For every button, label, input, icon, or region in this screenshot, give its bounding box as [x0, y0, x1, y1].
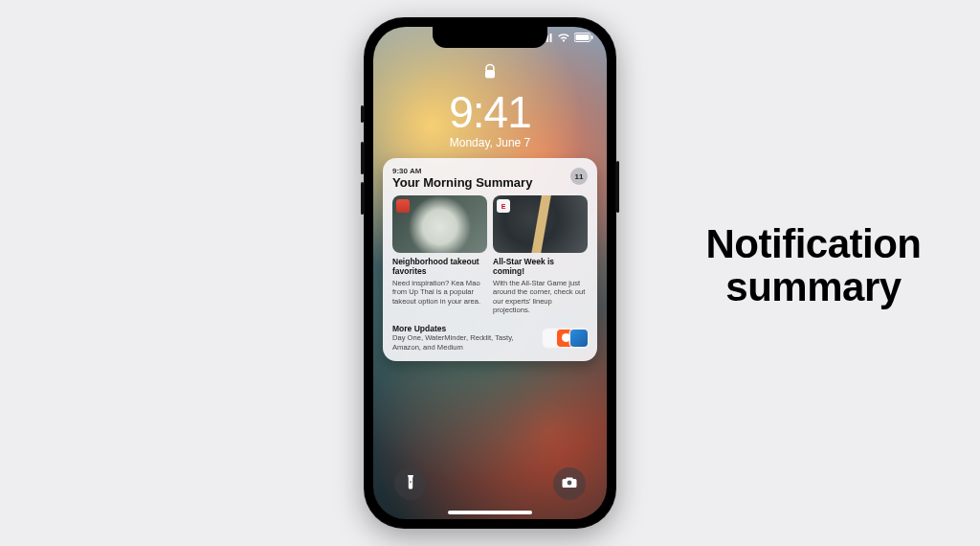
svg-rect-8	[410, 481, 411, 483]
svg-rect-7	[485, 70, 495, 79]
summary-timestamp: 9:30 AM	[392, 167, 570, 175]
summary-title: Your Morning Summary	[392, 175, 570, 190]
volume-up-button	[361, 142, 364, 174]
summary-item-body: Need inspiration? Kea Mao from Up Thai i…	[392, 279, 487, 306]
camera-button[interactable]	[553, 467, 586, 500]
status-bar	[540, 33, 593, 42]
lock-icon	[483, 63, 497, 84]
svg-rect-6	[591, 35, 593, 39]
feature-headline: Notification summary	[670, 222, 957, 309]
more-updates-body: Day One, WaterMinder, Reddit, Tasty, Ama…	[392, 333, 540, 352]
summary-item[interactable]: E All-Star Week is coming! With the All-…	[493, 195, 588, 314]
svg-point-9	[568, 481, 572, 486]
power-button	[616, 161, 619, 213]
summary-count-badge: 11	[570, 168, 588, 185]
svg-rect-3	[550, 34, 552, 42]
iphone-device: 9:41 Monday, June 7 9:30 AM Your Morning…	[364, 17, 616, 529]
home-indicator[interactable]	[448, 511, 532, 514]
summary-item-thumbnail	[392, 195, 487, 253]
lock-screen[interactable]: 9:41 Monday, June 7 9:30 AM Your Morning…	[373, 27, 607, 519]
more-updates-row[interactable]: More Updates Day One, WaterMinder, Reddi…	[392, 324, 588, 352]
app-icon	[570, 330, 588, 347]
app-badge-icon	[396, 199, 410, 213]
battery-icon	[574, 33, 593, 42]
wifi-icon	[557, 33, 570, 42]
more-updates-app-icons	[547, 330, 588, 347]
summary-item-title: Neighborhood takeout favorites	[392, 258, 487, 277]
app-badge-icon: E	[497, 199, 510, 213]
flashlight-button[interactable]	[394, 467, 427, 500]
summary-item-thumbnail: E	[493, 195, 588, 253]
more-updates-title: More Updates	[392, 324, 540, 333]
flashlight-icon	[404, 474, 417, 493]
summary-item[interactable]: Neighborhood takeout favorites Need insp…	[392, 195, 487, 314]
clock-time: 9:41	[373, 86, 607, 138]
clock-date: Monday, June 7	[373, 136, 607, 149]
notch	[433, 27, 547, 48]
volume-down-button	[361, 182, 364, 215]
camera-icon	[562, 475, 577, 492]
notification-summary-card[interactable]: 9:30 AM Your Morning Summary 11 Neighbor…	[383, 158, 597, 361]
mute-switch	[361, 105, 364, 123]
summary-item-title: All-Star Week is coming!	[493, 258, 588, 277]
summary-item-body: With the All-Star Game just around the c…	[493, 279, 588, 315]
svg-rect-5	[576, 34, 590, 40]
